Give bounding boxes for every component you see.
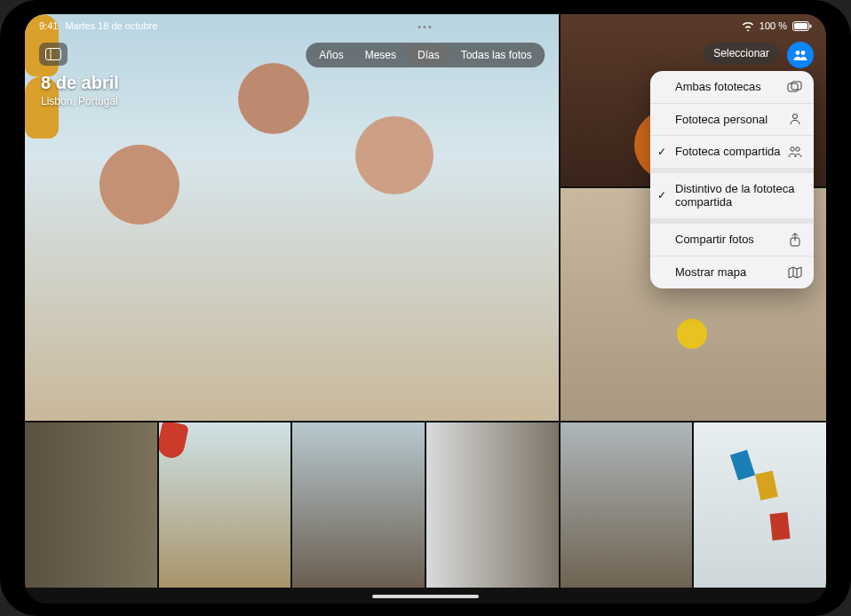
photo-tile[interactable] xyxy=(694,423,826,588)
person-icon xyxy=(787,113,803,125)
svg-rect-8 xyxy=(791,82,801,90)
checkmark-icon: ✓ xyxy=(657,189,666,201)
seg-all-photos[interactable]: Todas las fotos xyxy=(450,45,543,65)
checkmark-icon: ✓ xyxy=(657,146,666,158)
battery-icon xyxy=(792,21,812,31)
svg-point-10 xyxy=(791,147,794,151)
share-icon xyxy=(787,233,803,247)
photo-tile[interactable] xyxy=(426,423,559,588)
menu-item-show-map[interactable]: Mostrar mapa xyxy=(650,256,814,288)
status-time: 9:41 xyxy=(39,20,58,31)
svg-rect-1 xyxy=(794,23,807,29)
menu-item-shared-badge-toggle[interactable]: ✓ Distintivo de la fototeca compartida xyxy=(650,173,814,218)
select-button[interactable]: Seleccionar xyxy=(703,43,780,64)
status-date: Martes 18 de octubre xyxy=(65,20,157,31)
svg-point-9 xyxy=(792,115,797,119)
svg-point-6 xyxy=(801,51,806,55)
svg-rect-7 xyxy=(788,83,798,91)
battery-text: 100 % xyxy=(760,20,787,31)
wifi-icon xyxy=(742,21,754,31)
view-segmented-control[interactable]: Años Meses Días Todas las fotos xyxy=(306,43,545,67)
library-filter-menu: Ambas fototecas Fototeca personal ✓ Foto… xyxy=(650,71,814,288)
seg-months[interactable]: Meses xyxy=(354,45,407,65)
libraries-icon xyxy=(787,81,803,93)
menu-item-share-photos[interactable]: Compartir fotos xyxy=(650,224,814,256)
menu-item-shared-library[interactable]: ✓ Fototeca compartida xyxy=(650,135,814,168)
sidebar-toggle-button[interactable] xyxy=(39,43,68,66)
multitask-dots[interactable]: ••• xyxy=(418,21,433,32)
menu-item-personal-library[interactable]: Fototeca personal xyxy=(650,103,814,136)
seg-years[interactable]: Años xyxy=(308,45,354,65)
home-indicator[interactable] xyxy=(372,595,479,598)
status-bar: 9:41 Martes 18 de octubre ••• 100 % xyxy=(25,14,826,34)
menu-item-both-libraries[interactable]: Ambas fototecas xyxy=(650,71,814,103)
svg-rect-3 xyxy=(46,49,61,60)
seg-days[interactable]: Días xyxy=(407,45,450,65)
photo-tile[interactable] xyxy=(159,423,291,588)
library-filter-button[interactable] xyxy=(787,42,814,68)
map-icon xyxy=(787,266,803,279)
svg-point-11 xyxy=(796,147,799,151)
svg-point-5 xyxy=(796,51,800,55)
photo-tile[interactable] xyxy=(25,423,157,588)
day-location: Lisbon, Portugal xyxy=(41,95,119,107)
screen: 9:41 Martes 18 de octubre ••• 100 % xyxy=(25,14,826,604)
photo-tile[interactable] xyxy=(561,423,693,588)
ipad-device-frame: 9:41 Martes 18 de octubre ••• 100 % xyxy=(0,0,851,616)
photo-tile[interactable] xyxy=(292,423,425,588)
day-header: 8 de abril Lisbon, Portugal xyxy=(41,73,119,107)
day-date: 8 de abril xyxy=(41,73,119,93)
people-icon xyxy=(787,146,803,158)
svg-rect-2 xyxy=(810,24,812,28)
